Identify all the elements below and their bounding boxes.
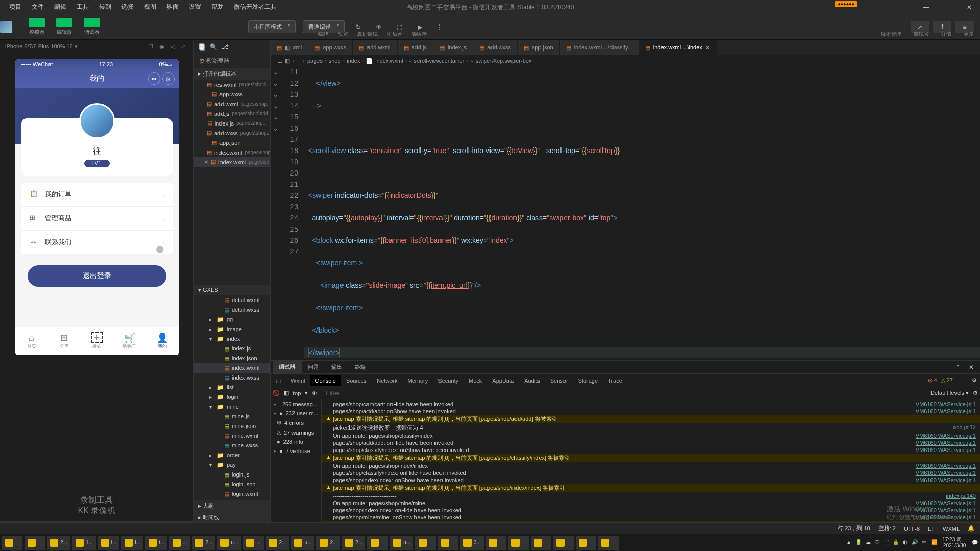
taskbar-item[interactable] bbox=[368, 536, 388, 550]
taskbar-item[interactable] bbox=[576, 536, 596, 550]
menu-project[interactable]: 项目 bbox=[4, 3, 27, 11]
dbg-tab-output[interactable]: 输出 bbox=[325, 361, 349, 373]
tray-icon[interactable]: 📶 bbox=[931, 539, 937, 546]
btn-editor[interactable]: 编辑器 bbox=[51, 16, 78, 38]
folder-item[interactable]: ▾📁 index bbox=[194, 334, 270, 344]
device-picker[interactable]: iPhone 6/7/8 Plus 100% 16 ▾ bbox=[5, 43, 78, 50]
file-item[interactable]: ▤ mine.js bbox=[194, 412, 270, 421]
user-avatar[interactable] bbox=[0, 21, 12, 33]
open-editor-file[interactable]: ▤ add.wxss pages\shop\... bbox=[194, 128, 270, 138]
taskbar-item[interactable]: 2... bbox=[47, 536, 70, 550]
open-editors-section[interactable]: ▸ 打开的编辑器 bbox=[194, 68, 270, 80]
taskbar-item[interactable]: 2... bbox=[192, 536, 215, 550]
logout-button[interactable]: 退出登录 bbox=[28, 265, 166, 287]
file-item[interactable]: ▤ index.wxss bbox=[194, 373, 270, 383]
menu-ui[interactable]: 界面 bbox=[161, 3, 184, 11]
dbg-tab-terminal[interactable]: 终端 bbox=[349, 361, 372, 373]
menu-wxdev[interactable]: 微信开发者工具 bbox=[229, 3, 282, 11]
console-eye-icon[interactable]: 👁 bbox=[312, 390, 317, 396]
taskbar-item[interactable] bbox=[598, 536, 619, 550]
devtool-storage[interactable]: Storage bbox=[573, 375, 603, 386]
open-editor-file[interactable]: ▤ app.json bbox=[194, 138, 270, 147]
branch-icon[interactable]: ⎇ bbox=[222, 43, 229, 51]
outline-section[interactable]: ▸ 大纲 bbox=[194, 500, 270, 512]
timeline-section[interactable]: ▸ 时间线 bbox=[194, 512, 270, 523]
taskbar-item[interactable] bbox=[553, 536, 574, 550]
console-levels[interactable]: Default levels ▾ bbox=[930, 390, 969, 396]
menu-settings[interactable]: 设置 bbox=[184, 3, 206, 11]
open-editor-file[interactable]: ▤ index.js pages\shop... bbox=[194, 118, 270, 128]
error-badge[interactable]: ⊗ 4 bbox=[928, 377, 937, 384]
console-filter-row[interactable]: ▸●7 verbose bbox=[271, 446, 321, 456]
editor-tab[interactable]: ▤add.js bbox=[398, 40, 433, 55]
editor-tab[interactable]: ▤◧ .xml bbox=[271, 40, 308, 55]
taskbar-item[interactable]: 2... bbox=[266, 536, 289, 550]
btn-debugger[interactable]: 调试器 bbox=[79, 16, 105, 38]
min-button[interactable]: — bbox=[916, 0, 937, 14]
devtool-security[interactable]: Security bbox=[433, 375, 463, 386]
taskbar-item[interactable]: 2... bbox=[342, 536, 365, 550]
console-filter[interactable] bbox=[322, 388, 926, 398]
tray-icon[interactable]: 🛡 bbox=[875, 539, 880, 546]
dbg-close-icon[interactable]: ✕ bbox=[965, 364, 978, 371]
cursor-pos[interactable]: 行 23，列 10 bbox=[838, 524, 870, 532]
console-context[interactable]: top bbox=[293, 390, 301, 396]
devtool-network[interactable]: Network bbox=[372, 375, 402, 386]
close-button[interactable]: ✕ bbox=[959, 0, 980, 14]
taskbar-item[interactable]: ... bbox=[243, 536, 263, 550]
tab-category[interactable]: ⊞分类 bbox=[48, 327, 81, 355]
open-editor-file[interactable]: ▤ add.wxml pages\shop... bbox=[194, 99, 270, 109]
file-item[interactable]: ▤ mine.json bbox=[194, 421, 270, 431]
tray-icon[interactable]: 🔒 bbox=[893, 539, 899, 546]
tray-icon[interactable]: ☁ bbox=[866, 539, 871, 546]
tray-icon[interactable]: ◐ bbox=[903, 539, 908, 546]
tab-home[interactable]: ⌂首页 bbox=[15, 327, 48, 355]
editor-tab[interactable]: ▤add.wxss bbox=[473, 40, 518, 55]
taskbar-item[interactable]: u... bbox=[217, 536, 241, 550]
console-sidebar-icon[interactable]: ◧ bbox=[284, 390, 289, 396]
capsule-menu-icon[interactable]: ••• bbox=[148, 72, 160, 85]
taskbar-item[interactable]: u... bbox=[390, 536, 413, 550]
open-editor-file[interactable]: ▤ app.wxss bbox=[194, 89, 270, 99]
code-editor[interactable]: ⌄⌄⌄⌄⌄⌄ 111213141516171819202122232425262… bbox=[271, 66, 980, 360]
folder-item[interactable]: ▸📁 list bbox=[194, 383, 270, 392]
project-section[interactable]: ▾ GXES bbox=[194, 285, 270, 295]
console-filter-row[interactable]: △27 warnings bbox=[271, 428, 321, 437]
taskbar-item[interactable] bbox=[415, 536, 436, 550]
taskbar-item[interactable] bbox=[531, 536, 551, 550]
search-icon[interactable]: 🔍 bbox=[210, 43, 217, 51]
tray-icon[interactable]: 🔋 bbox=[855, 539, 862, 546]
cache-icon[interactable]: ⋮ bbox=[433, 20, 447, 34]
devtool-sources[interactable]: Sources bbox=[341, 375, 372, 386]
sim-exit-icon[interactable]: ⤢ bbox=[178, 43, 188, 50]
tab-publish[interactable]: +发布 bbox=[81, 327, 113, 355]
open-editor-file[interactable]: ▤ index.wxml pages\shop... bbox=[194, 147, 270, 157]
taskbar-item[interactable]: 2... bbox=[316, 536, 340, 550]
btn-simulator[interactable]: 模拟器 bbox=[23, 16, 50, 38]
menu-goto[interactable]: 转到 bbox=[94, 3, 116, 11]
console-filter-row[interactable]: ▸●232 user m... bbox=[271, 409, 321, 418]
menu-orders[interactable]: 📋 我的订单› bbox=[21, 183, 173, 207]
file-item[interactable]: ▤ index.json bbox=[194, 354, 270, 363]
sim-record-icon[interactable]: ◉ bbox=[156, 43, 167, 50]
folder-item[interactable]: ▸📁 order bbox=[194, 450, 270, 460]
devtool-settings-icon[interactable]: ⋮ bbox=[957, 377, 969, 384]
file-item[interactable]: ▤ login.js bbox=[194, 470, 270, 480]
editor-tab[interactable]: ▤add.wxml bbox=[353, 40, 397, 55]
file-item[interactable]: ▤ index.wxml bbox=[194, 363, 270, 373]
editor-tab[interactable]: ▤app.wxss bbox=[308, 40, 353, 55]
taskbar-item[interactable]: u... bbox=[291, 536, 314, 550]
console-output[interactable]: pages/shop/cart/cart: onHide have been i… bbox=[322, 399, 980, 534]
file-item[interactable]: ▤ login.wxml bbox=[194, 489, 270, 499]
tray-icon[interactable]: ⬚ bbox=[884, 539, 889, 546]
devtool-audits[interactable]: Audits bbox=[519, 375, 545, 386]
folder-item[interactable]: ▾📁 mine bbox=[194, 402, 270, 412]
taskbar-item[interactable] bbox=[24, 536, 45, 550]
dbg-collapse-icon[interactable]: ⌃ bbox=[951, 364, 965, 371]
encoding[interactable]: UTF-8 bbox=[904, 525, 920, 532]
indent[interactable]: 空格: 2 bbox=[878, 524, 896, 532]
taskbar-item[interactable] bbox=[508, 536, 529, 550]
editor-tab[interactable]: ▤app.json bbox=[518, 40, 560, 55]
open-editor-file[interactable]: ✕▤ index.wxml pages\sh... bbox=[194, 157, 270, 167]
devtool-memory[interactable]: Memory bbox=[403, 375, 433, 386]
